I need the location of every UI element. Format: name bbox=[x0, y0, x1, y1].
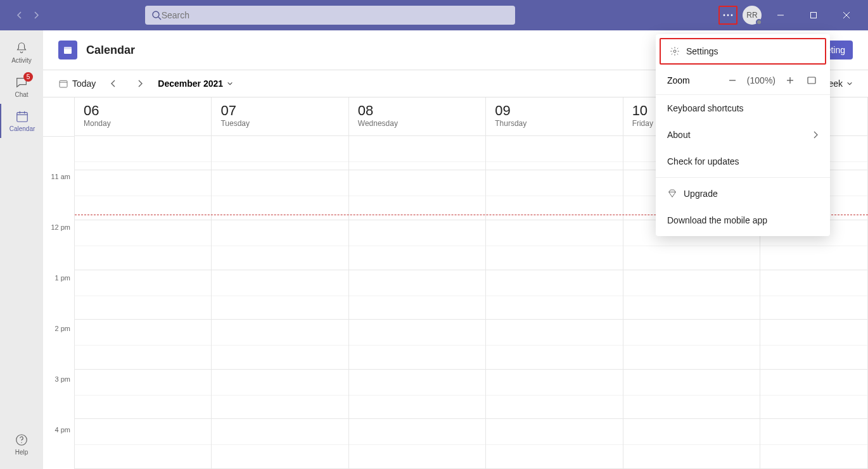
day-column[interactable]: 07Tuesday bbox=[212, 97, 348, 469]
hour-cell[interactable] bbox=[349, 220, 485, 270]
hour-cell[interactable] bbox=[760, 419, 867, 469]
nav-forward-button[interactable] bbox=[29, 8, 43, 22]
hour-cell[interactable] bbox=[75, 220, 211, 270]
avatar[interactable]: RR bbox=[743, 6, 762, 25]
hour-cell[interactable] bbox=[75, 370, 211, 420]
day-name: Wednesday bbox=[358, 119, 476, 128]
menu-settings[interactable]: Settings bbox=[660, 38, 826, 65]
rail-help[interactable]: Help bbox=[0, 427, 43, 461]
time-label: 3 pm bbox=[43, 374, 74, 425]
minimize-button[interactable] bbox=[767, 5, 795, 25]
search-input[interactable] bbox=[162, 10, 509, 20]
app-rail: Activity Chat 5 Calendar Help bbox=[0, 30, 43, 469]
calendar-badge-icon bbox=[58, 41, 77, 59]
hour-cell[interactable] bbox=[760, 270, 867, 320]
hour-cell[interactable] bbox=[212, 170, 348, 220]
more-options-button[interactable] bbox=[718, 6, 737, 25]
search-icon bbox=[151, 10, 162, 20]
nav-back-button[interactable] bbox=[13, 8, 27, 22]
month-label-text: December 2021 bbox=[158, 78, 223, 89]
zoom-label: Zoom bbox=[667, 75, 690, 85]
bell-icon bbox=[15, 41, 29, 55]
prev-week-button[interactable] bbox=[105, 75, 122, 92]
svg-point-23 bbox=[673, 50, 676, 53]
zoom-out-button[interactable] bbox=[725, 73, 739, 87]
hour-cell[interactable] bbox=[623, 370, 760, 420]
day-number: 09 bbox=[495, 103, 613, 119]
hour-cell[interactable] bbox=[212, 220, 348, 270]
day-number: 07 bbox=[220, 103, 339, 119]
hour-cell[interactable] bbox=[486, 320, 622, 370]
day-column[interactable]: 09Thursday bbox=[486, 97, 623, 469]
menu-upgrade[interactable]: Upgrade bbox=[656, 180, 830, 207]
svg-rect-6 bbox=[810, 13, 816, 18]
day-column[interactable]: 08Wednesday bbox=[349, 97, 486, 469]
day-header: 07Tuesday bbox=[212, 97, 348, 136]
rail-label: Calendar bbox=[10, 125, 35, 132]
chevron-right-icon bbox=[812, 131, 819, 139]
hour-cell[interactable] bbox=[760, 320, 867, 370]
svg-point-4 bbox=[731, 15, 733, 16]
hour-cell[interactable] bbox=[623, 320, 760, 370]
hour-cell[interactable] bbox=[486, 170, 622, 220]
hour-cell[interactable] bbox=[212, 419, 348, 469]
hour-cell[interactable] bbox=[349, 370, 485, 420]
menu-label: Upgrade bbox=[684, 189, 718, 199]
presence-indicator bbox=[756, 19, 762, 25]
hour-cell[interactable] bbox=[486, 136, 622, 170]
menu-check-updates[interactable]: Check for updates bbox=[656, 148, 830, 175]
hour-cell[interactable] bbox=[212, 270, 348, 320]
fullscreen-button[interactable] bbox=[805, 73, 819, 87]
hour-cell[interactable] bbox=[760, 370, 867, 420]
hour-cell[interactable] bbox=[349, 136, 485, 170]
hour-cell[interactable] bbox=[75, 170, 211, 220]
menu-about[interactable]: About bbox=[656, 122, 830, 148]
help-icon bbox=[15, 433, 29, 447]
time-label: 11 am bbox=[43, 172, 74, 222]
day-column[interactable]: 06Monday bbox=[75, 97, 212, 469]
page-title: Calendar bbox=[86, 44, 135, 57]
month-picker[interactable]: December 2021 bbox=[158, 78, 233, 89]
menu-keyboard-shortcuts[interactable]: Keyboard shortcuts bbox=[656, 95, 830, 122]
hour-cell[interactable] bbox=[486, 419, 622, 469]
chat-badge: 5 bbox=[23, 72, 33, 82]
hour-cell[interactable] bbox=[349, 419, 485, 469]
hour-cell[interactable] bbox=[623, 419, 760, 469]
hour-cell[interactable] bbox=[75, 270, 211, 320]
hour-cell[interactable] bbox=[212, 370, 348, 420]
hour-cell[interactable] bbox=[75, 419, 211, 469]
titlebar: RR bbox=[0, 0, 868, 30]
hour-cell[interactable] bbox=[486, 270, 622, 320]
hour-cell[interactable] bbox=[486, 220, 622, 270]
maximize-button[interactable] bbox=[800, 5, 827, 25]
zoom-in-button[interactable] bbox=[783, 73, 797, 87]
svg-rect-27 bbox=[808, 77, 815, 84]
hour-cell[interactable] bbox=[623, 270, 760, 320]
menu-zoom-row: Zoom (100%) bbox=[656, 66, 830, 95]
hour-cell[interactable] bbox=[75, 136, 211, 170]
svg-point-2 bbox=[724, 15, 725, 16]
svg-rect-16 bbox=[64, 47, 72, 49]
rail-chat[interactable]: Chat 5 bbox=[0, 70, 43, 104]
hour-cell[interactable] bbox=[212, 320, 348, 370]
hour-cell[interactable] bbox=[212, 136, 348, 170]
day-header: 09Thursday bbox=[486, 97, 622, 136]
today-button[interactable]: Today bbox=[58, 78, 96, 89]
day-header: 08Wednesday bbox=[349, 97, 485, 136]
close-button[interactable] bbox=[833, 5, 860, 25]
zoom-value: (100%) bbox=[747, 75, 775, 85]
diamond-icon bbox=[667, 189, 677, 199]
next-week-button[interactable] bbox=[131, 75, 149, 92]
time-label: 12 pm bbox=[43, 222, 74, 273]
menu-label: About bbox=[667, 130, 691, 140]
menu-download-app[interactable]: Download the mobile app bbox=[656, 207, 830, 234]
hour-cell[interactable] bbox=[349, 270, 485, 320]
hour-cell[interactable] bbox=[349, 320, 485, 370]
rail-activity[interactable]: Activity bbox=[0, 35, 43, 70]
hour-cell[interactable] bbox=[349, 170, 485, 220]
hour-cell[interactable] bbox=[75, 320, 211, 370]
hour-cell[interactable] bbox=[486, 370, 622, 420]
chevron-down-icon bbox=[227, 80, 233, 87]
search-box[interactable] bbox=[145, 6, 515, 25]
rail-calendar[interactable]: Calendar bbox=[0, 104, 43, 138]
